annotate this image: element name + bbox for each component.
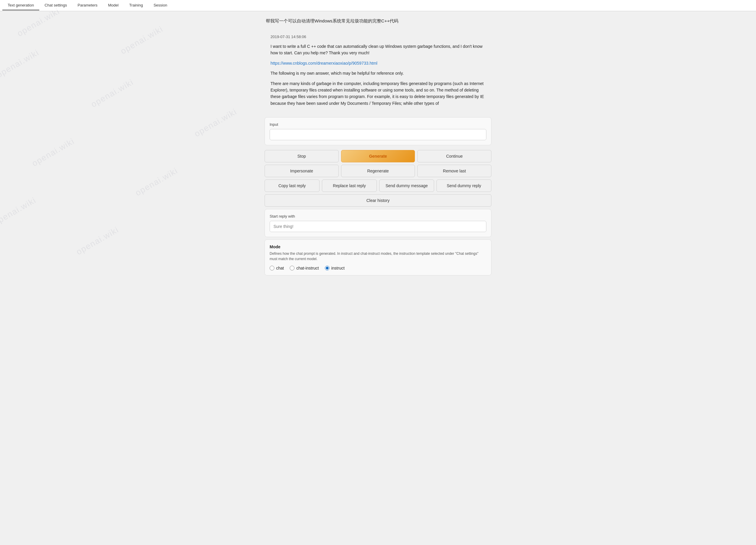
tertiary-btn-row: Copy last reply Replace last reply Send … [265,180,491,192]
clear-history-row: Clear history [265,194,491,207]
start-reply-label: Start reply with [270,214,486,218]
mode-option-chat[interactable]: chat [270,266,284,270]
stop-button[interactable]: Stop [265,150,339,162]
mode-description: Defines how the chat prompt is generated… [270,251,486,262]
clear-history-button[interactable]: Clear history [265,194,491,207]
mode-radio-chat-instruct[interactable] [290,266,294,270]
mode-chat-instruct-label: chat-instruct [296,266,319,270]
mode-option-instruct[interactable]: instruct [325,266,345,270]
start-reply-input[interactable] [270,221,486,232]
mode-radio-group: chat chat-instruct instruct [270,266,486,270]
primary-btn-row: Stop Generate Continue [265,150,491,162]
chat-section: 2019-07-31 14:58:06 I want to write a fu… [265,29,491,111]
chat-line-1: I want to write a full C ++ code that ca… [271,43,485,56]
tab-model[interactable]: Model [103,1,124,10]
replace-last-reply-button[interactable]: Replace last reply [322,180,377,192]
chat-line-4: There are many kinds of garbage in the c… [271,80,485,107]
generate-button[interactable]: Generate [341,150,415,162]
send-dummy-reply-button[interactable]: Send dummy reply [436,180,491,192]
secondary-btn-row: Impersonate Regenerate Remove last [265,165,491,177]
mode-section: Mode Defines how the chat prompt is gene… [265,239,491,275]
chat-bubble: 2019-07-31 14:58:06 I want to write a fu… [265,29,491,111]
start-reply-section: Start reply with [265,209,491,237]
user-message: 帮我写一个可以自动清理Windows系统常见垃圾功能的完整C++代码 [265,18,491,24]
impersonate-button[interactable]: Impersonate [265,165,339,177]
send-dummy-message-button[interactable]: Send dummy message [379,180,434,192]
chat-link[interactable]: https://www.cnblogs.com/dreamerxiaoxiao/… [271,61,377,66]
copy-last-reply-button[interactable]: Copy last reply [265,180,320,192]
continue-button[interactable]: Continue [417,150,491,162]
mode-radio-chat[interactable] [270,266,274,270]
chat-text: I want to write a full C ++ code that ca… [271,43,485,107]
tab-bar: Text generation Chat settings Parameters… [0,0,756,11]
input-label: Input [270,122,486,127]
mode-instruct-label: instruct [331,266,345,270]
tab-training[interactable]: Training [124,1,148,10]
chat-line-2: https://www.cnblogs.com/dreamerxiaoxiao/… [271,60,485,66]
input-area: Input [265,117,491,145]
mode-radio-instruct[interactable] [325,266,330,270]
main-container: 帮我写一个可以自动清理Windows系统常见垃圾功能的完整C++代码 2019-… [260,11,496,287]
mode-chat-label: chat [276,266,284,270]
mode-title: Mode [270,244,486,249]
chat-timestamp: 2019-07-31 14:58:06 [271,35,485,39]
mode-option-chat-instruct[interactable]: chat-instruct [290,266,319,270]
tab-session[interactable]: Session [148,1,172,10]
regenerate-button[interactable]: Regenerate [341,165,415,177]
tab-chat-settings[interactable]: Chat settings [39,1,72,10]
tab-text-generation[interactable]: Text generation [2,1,39,10]
input-field[interactable] [270,129,486,140]
chat-line-3: The following is my own answer, which ma… [271,70,485,76]
remove-last-button[interactable]: Remove last [417,165,491,177]
tab-parameters[interactable]: Parameters [72,1,103,10]
